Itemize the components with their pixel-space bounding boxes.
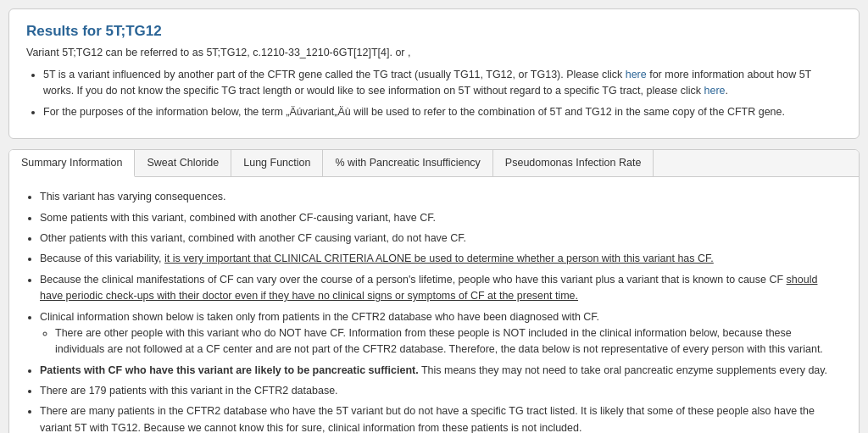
summary-sub-bullets: There are other people with this variant… bbox=[55, 325, 843, 358]
summary-sub-bullet-1: There are other people with this variant… bbox=[55, 325, 843, 358]
summary-bullet-7: Patients with CF who have this variant a… bbox=[40, 363, 843, 379]
summary-bullet-list: This variant has varying consequences. S… bbox=[40, 189, 843, 433]
summary-bullet-1: This variant has varying consequences. bbox=[40, 189, 843, 205]
results-title: Results for 5T;TG12 bbox=[26, 23, 842, 40]
summary-tab-content: This variant has varying consequences. S… bbox=[9, 177, 859, 433]
here-link-1[interactable]: here bbox=[626, 69, 647, 80]
tabs-container: Summary Information Sweat Chloride Lung … bbox=[8, 149, 860, 433]
tab-sweat-chloride[interactable]: Sweat Chloride bbox=[135, 150, 231, 176]
tab-summary-information[interactable]: Summary Information bbox=[9, 150, 135, 177]
tab-pancreatic-insufficiency[interactable]: % with Pancreatic Insufficiency bbox=[323, 150, 492, 176]
tab-lung-function[interactable]: Lung Function bbox=[231, 150, 323, 176]
pancreatic-sufficient-text: Patients with CF who have this variant a… bbox=[40, 364, 419, 376]
summary-bullet-4: Because of this variability, it is very … bbox=[40, 251, 843, 267]
bullet-1: 5T is a variant influenced by another pa… bbox=[43, 67, 842, 99]
summary-bullet-5: Because the clinical manifestations of C… bbox=[40, 272, 843, 305]
variant-description: Variant 5T;TG12 can be referred to as 5T… bbox=[26, 47, 842, 58]
summary-bullet-3: Other patients with this variant, combin… bbox=[40, 230, 843, 247]
tabs-header: Summary Information Sweat Chloride Lung … bbox=[9, 150, 859, 177]
tab-pseudomonas-infection-rate[interactable]: Pseudomonas Infection Rate bbox=[493, 150, 654, 176]
here-link-2[interactable]: here bbox=[704, 85, 726, 97]
summary-bullet-6: Clinical information shown below is take… bbox=[40, 309, 843, 358]
summary-bullet-8: There are 179 patients with this variant… bbox=[40, 383, 843, 399]
periodic-checkups-text: should have periodic check-ups with thei… bbox=[40, 274, 817, 302]
bullet-2: For the purposes of the information belo… bbox=[43, 104, 842, 120]
results-card: Results for 5T;TG12 Variant 5T;TG12 can … bbox=[8, 8, 860, 139]
results-bullets: 5T is a variant influenced by another pa… bbox=[43, 67, 842, 119]
summary-bullet-9: There are many patients in the CFTR2 dat… bbox=[40, 403, 843, 433]
clinical-criteria-text: it is very important that CLINICAL CRITE… bbox=[164, 253, 714, 264]
summary-bullet-2: Some patients with this variant, combine… bbox=[40, 210, 843, 226]
